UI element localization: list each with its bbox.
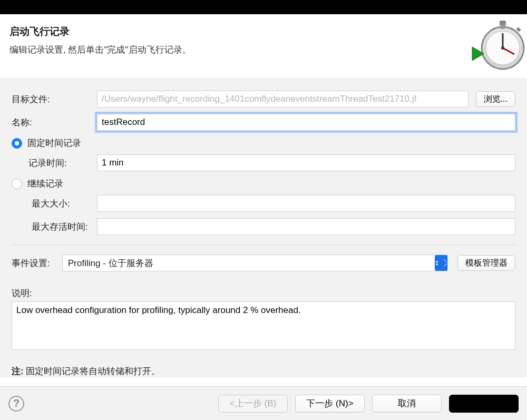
max-size-field[interactable] (97, 195, 515, 212)
note-label: 注: (12, 366, 24, 376)
max-age-field[interactable] (97, 218, 515, 235)
max-age-label: 最大存活时间: (12, 221, 97, 233)
wizard-footer: ? <上一步 (B) 下一步 (N)> 取消 (0, 386, 527, 420)
cancel-button[interactable]: 取消 (372, 395, 442, 413)
event-settings-label: 事件设置: (12, 257, 62, 269)
row-name: 名称: (12, 114, 515, 131)
row-target-file: 目标文件: 浏览... (12, 91, 515, 108)
note-row: 注: 固定时间记录将自动转储和打开。 (12, 365, 515, 377)
record-time-field[interactable] (97, 154, 515, 171)
row-max-age: 最大存活时间: (12, 218, 515, 235)
back-button: <上一步 (B) (218, 395, 288, 413)
note-text: 固定时间记录将自动转储和打开。 (26, 366, 160, 376)
name-label: 名称: (12, 116, 97, 129)
radio-continuous-label[interactable]: 继续记录 (27, 178, 63, 190)
max-size-label: 最大大小: (12, 198, 97, 210)
target-file-field[interactable] (97, 91, 469, 108)
record-time-label: 记录时间: (12, 157, 97, 169)
radio-fixed-row: 固定时间记录 (12, 137, 515, 149)
finish-button[interactable] (449, 395, 519, 413)
form-body: 目标文件: 浏览... 名称: 固定时间记录 记录时间: 继续记录 最大大小: … (0, 79, 527, 377)
template-manager-button[interactable]: 模板管理器 (457, 255, 515, 271)
help-icon[interactable]: ? (8, 396, 24, 412)
stopwatch-icon (474, 25, 527, 72)
section-divider (12, 245, 515, 245)
target-file-label: 目标文件: (12, 93, 97, 105)
row-max-size: 最大大小: (12, 195, 515, 212)
wizard-header: 启动飞行记录 编辑记录设置, 然后单击"完成"启动飞行记录。 (0, 14, 527, 79)
description-label: 说明: (12, 287, 515, 299)
page-subtitle: 编辑记录设置, 然后单击"完成"启动飞行记录。 (9, 44, 474, 56)
radio-continuous[interactable] (12, 179, 22, 189)
window-titlebar (0, 0, 527, 14)
page-title: 启动飞行记录 (9, 25, 474, 38)
browse-button[interactable]: 浏览... (476, 91, 515, 107)
description-textarea[interactable] (12, 301, 515, 350)
event-settings-select[interactable]: Profiling - 位于服务器 (62, 255, 448, 271)
row-event-settings: 事件设置: Profiling - 位于服务器 模板管理器 (12, 255, 515, 271)
row-record-time: 记录时间: (12, 154, 515, 171)
radio-fixed-label[interactable]: 固定时间记录 (27, 137, 81, 149)
radio-continuous-row: 继续记录 (12, 178, 515, 190)
next-button[interactable]: 下一步 (N)> (295, 395, 365, 413)
radio-fixed-time[interactable] (12, 138, 22, 149)
svg-rect-3 (501, 25, 505, 29)
name-field[interactable] (97, 114, 515, 131)
event-settings-value: Profiling - 位于服务器 (62, 255, 448, 271)
svg-point-7 (501, 46, 504, 50)
